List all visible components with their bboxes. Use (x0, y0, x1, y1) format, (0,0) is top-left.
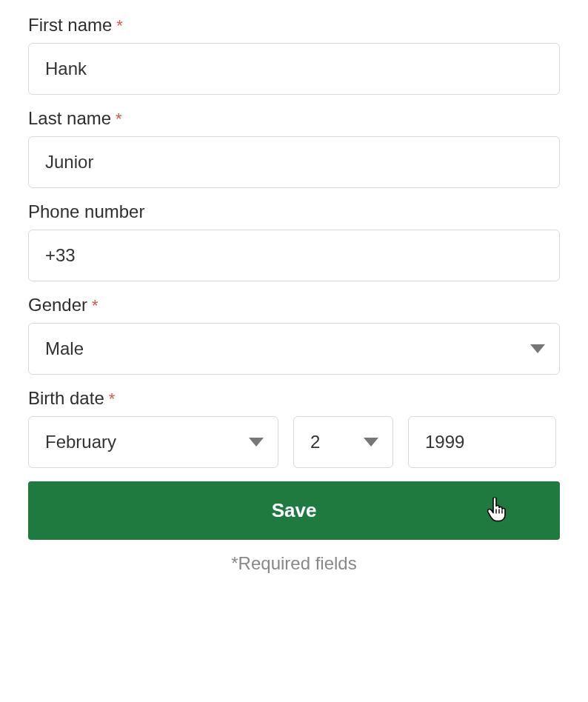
last-name-input[interactable] (28, 136, 560, 188)
pointer-cursor-icon (486, 497, 508, 527)
gender-field: Gender * Male (28, 295, 560, 375)
gender-value: Male (45, 338, 84, 358)
gender-label: Gender (28, 295, 87, 315)
first-name-label-row: First name * (28, 15, 560, 36)
phone-label: Phone number (28, 201, 144, 222)
birthdate-row: February 2 (28, 416, 560, 468)
birthdate-label-row: Birth date * (28, 388, 560, 409)
required-marker: * (92, 298, 98, 314)
gender-select-wrap: Male (28, 323, 560, 375)
required-marker: * (109, 391, 116, 407)
first-name-label: First name (28, 15, 112, 36)
birth-year-wrap (408, 416, 556, 468)
first-name-input[interactable] (28, 43, 560, 95)
last-name-field: Last name * (28, 108, 560, 188)
birth-month-wrap: February (28, 416, 278, 468)
last-name-label-row: Last name * (28, 108, 560, 129)
birth-day-select[interactable]: 2 (293, 416, 393, 468)
phone-input[interactable] (28, 230, 560, 281)
profile-form: First name * Last name * Phone number Ge… (0, 0, 588, 596)
last-name-label: Last name (28, 108, 111, 129)
birth-day-value: 2 (310, 432, 320, 452)
birth-year-input[interactable] (408, 416, 556, 468)
first-name-field: First name * (28, 15, 560, 95)
required-fields-note: *Required fields (28, 553, 560, 574)
birth-day-wrap: 2 (293, 416, 393, 468)
gender-select[interactable]: Male (28, 323, 560, 375)
phone-label-row: Phone number (28, 201, 560, 222)
required-marker: * (116, 18, 123, 34)
save-button[interactable]: Save (28, 481, 560, 540)
birth-month-value: February (45, 432, 116, 452)
birth-month-select[interactable]: February (28, 416, 278, 468)
save-button-label: Save (272, 499, 317, 521)
required-marker: * (116, 111, 122, 127)
phone-field: Phone number (28, 201, 560, 281)
gender-label-row: Gender * (28, 295, 560, 315)
birthdate-field: Birth date * February 2 (28, 388, 560, 468)
birthdate-label: Birth date (28, 388, 104, 409)
